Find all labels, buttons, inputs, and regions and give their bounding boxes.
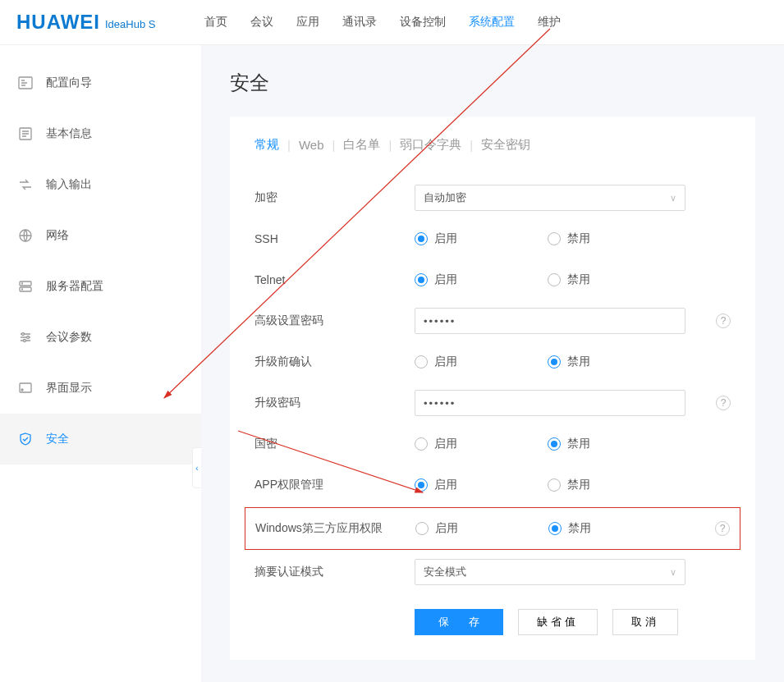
- highlight-annotation: Windows第三方应用权限 启用 禁用 ?: [245, 507, 740, 550]
- row-adv-pwd: 高级设置密码 ?: [254, 300, 731, 341]
- nav-meeting[interactable]: 会议: [250, 15, 273, 30]
- label-encryption: 加密: [254, 190, 415, 205]
- page-title: 安全: [230, 70, 755, 96]
- input-adv-pwd[interactable]: [415, 308, 685, 334]
- help-icon[interactable]: ?: [716, 314, 731, 328]
- radio-ssh-disable[interactable]: 禁用: [548, 231, 590, 246]
- label-telnet: Telnet: [254, 273, 415, 286]
- row-upgrade-pwd: 升级密码 ?: [254, 382, 731, 423]
- sidebar-item-label: 服务器配置: [46, 279, 103, 294]
- radio-app-perm-enable[interactable]: 启用: [415, 478, 457, 492]
- sidebar-item-basic[interactable]: 基本信息: [0, 108, 201, 159]
- nav-device-control[interactable]: 设备控制: [400, 15, 446, 30]
- settings-panel: 常规| Web| 白名单| 弱口令字典| 安全密钥 加密 自动加密 ∨ SSH: [230, 117, 755, 660]
- radio-win3rd-enable[interactable]: 启用: [415, 521, 458, 536]
- select-value: 自动加密: [424, 190, 466, 205]
- help-icon[interactable]: ?: [716, 396, 731, 410]
- brand-logo: HUAWEI: [16, 11, 100, 34]
- label-digest: 摘要认证模式: [254, 565, 415, 579]
- io-icon: [18, 177, 33, 192]
- select-encryption[interactable]: 自动加密 ∨: [415, 185, 685, 211]
- select-digest[interactable]: 安全模式 ∨: [415, 559, 685, 585]
- svg-point-5: [22, 283, 23, 284]
- sidebar-item-wizard[interactable]: 配置向导: [0, 57, 201, 108]
- nav-contacts[interactable]: 通讯录: [342, 15, 377, 30]
- sidebar-item-network[interactable]: 网络: [0, 210, 201, 261]
- sidebar-item-security[interactable]: 安全: [0, 414, 201, 465]
- sidebar-item-label: 基本信息: [46, 126, 92, 141]
- tab-weak-pwd[interactable]: 弱口令字典: [400, 137, 461, 153]
- tab-sec-key[interactable]: 安全密钥: [481, 137, 530, 153]
- save-button[interactable]: 保 存: [415, 609, 503, 635]
- radio-telnet-disable[interactable]: 禁用: [548, 272, 590, 287]
- tab-web[interactable]: Web: [299, 138, 324, 152]
- sidebar-item-label: 会议参数: [46, 330, 92, 345]
- sidebar-item-label: 输入输出: [46, 177, 92, 192]
- sidebar-item-label: 网络: [46, 228, 69, 243]
- sidebar: 配置向导 基本信息 输入输出 网络 服务器配置 会议参数 界面显示 安全: [0, 45, 201, 682]
- svg-point-7: [22, 333, 25, 336]
- input-upgrade-pwd[interactable]: [415, 390, 685, 416]
- cancel-button[interactable]: 取消: [612, 609, 678, 635]
- select-value: 安全模式: [424, 565, 466, 579]
- label-app-perm: APP权限管理: [254, 478, 415, 492]
- svg-point-9: [24, 340, 26, 342]
- row-gm: 国密 启用 禁用: [254, 423, 731, 465]
- nav-home[interactable]: 首页: [204, 15, 227, 30]
- shield-icon: [18, 432, 33, 446]
- default-button[interactable]: 缺省值: [518, 609, 598, 635]
- label-ssh: SSH: [254, 232, 415, 245]
- sidebar-item-server[interactable]: 服务器配置: [0, 261, 201, 312]
- label-upgrade-pwd: 升级密码: [254, 396, 415, 410]
- row-upgrade-confirm: 升级前确认 启用 禁用: [254, 341, 731, 382]
- label-win3rd: Windows第三方应用权限: [255, 521, 415, 536]
- chevron-down-icon: ∨: [670, 567, 676, 578]
- sidebar-item-meeting-params[interactable]: 会议参数: [0, 312, 201, 363]
- tabs: 常规| Web| 白名单| 弱口令字典| 安全密钥: [254, 137, 731, 153]
- label-adv-pwd: 高级设置密码: [254, 314, 415, 328]
- svg-point-6: [22, 289, 23, 290]
- topbar: HUAWEI IdeaHub S 首页 会议 应用 通讯录 设备控制 系统配置 …: [0, 0, 784, 45]
- server-icon: [18, 279, 33, 294]
- radio-telnet-enable[interactable]: 启用: [415, 272, 457, 287]
- info-icon: [18, 126, 33, 141]
- radio-ssh-enable[interactable]: 启用: [415, 231, 457, 246]
- row-win3rd: Windows第三方应用权限 启用 禁用 ?: [255, 508, 730, 549]
- sidebar-item-label: 界面显示: [46, 381, 92, 396]
- radio-gm-enable[interactable]: 启用: [415, 437, 457, 451]
- globe-icon: [18, 228, 33, 243]
- nav-maintenance[interactable]: 维护: [538, 15, 561, 30]
- tab-general[interactable]: 常规: [254, 137, 279, 153]
- sidebar-item-label: 配置向导: [46, 76, 92, 90]
- product-name: IdeaHub S: [105, 18, 155, 30]
- nav-system-config[interactable]: 系统配置: [469, 15, 515, 30]
- sliders-icon: [18, 330, 33, 345]
- row-app-perm: APP权限管理 启用 禁用: [254, 465, 731, 506]
- row-telnet: Telnet 启用 禁用: [254, 259, 731, 300]
- row-digest: 摘要认证模式 安全模式 ∨: [254, 552, 731, 593]
- radio-upgrade-confirm-disable[interactable]: 禁用: [548, 355, 590, 369]
- label-upgrade-confirm: 升级前确认: [254, 355, 415, 369]
- wizard-icon: [18, 76, 33, 90]
- sidebar-item-label: 安全: [46, 432, 69, 446]
- main-nav: 首页 会议 应用 通讯录 设备控制 系统配置 维护: [204, 15, 561, 30]
- svg-point-11: [21, 389, 23, 391]
- row-ssh: SSH 启用 禁用: [254, 218, 731, 259]
- radio-gm-disable[interactable]: 禁用: [548, 437, 590, 451]
- tab-whitelist[interactable]: 白名单: [343, 137, 380, 153]
- sidebar-item-ui[interactable]: 界面显示: [0, 363, 201, 414]
- label-gm: 国密: [254, 437, 415, 451]
- button-row: 保 存 缺省值 取消: [415, 609, 731, 635]
- radio-upgrade-confirm-enable[interactable]: 启用: [415, 355, 457, 369]
- row-encryption: 加密 自动加密 ∨: [254, 177, 731, 218]
- sidebar-item-io[interactable]: 输入输出: [0, 159, 201, 210]
- svg-point-8: [27, 336, 30, 339]
- content-area: 安全 常规| Web| 白名单| 弱口令字典| 安全密钥 加密 自动加密 ∨: [201, 45, 784, 682]
- help-icon[interactable]: ?: [715, 521, 730, 536]
- nav-app[interactable]: 应用: [296, 15, 319, 30]
- radio-app-perm-disable[interactable]: 禁用: [548, 478, 590, 492]
- chevron-left-icon: ‹: [195, 464, 198, 473]
- chevron-down-icon: ∨: [670, 193, 676, 204]
- radio-win3rd-disable[interactable]: 禁用: [548, 521, 591, 536]
- display-icon: [18, 381, 33, 396]
